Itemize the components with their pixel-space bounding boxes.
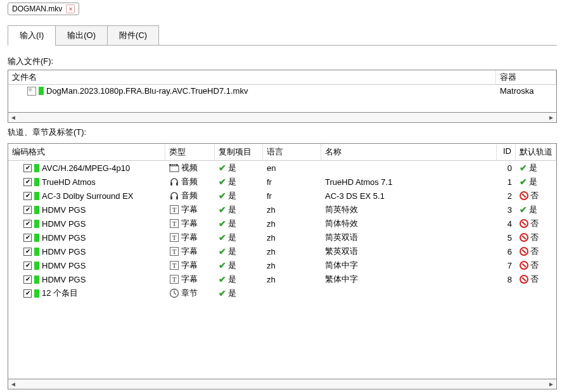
track-id: 1 [497,177,516,187]
track-row[interactable]: TrueHD Atmos音频✔是frTrueHD Atmos 7.11✔是 [8,175,556,189]
track-name: 繁英双语 [321,245,497,258]
clapperboard-icon [169,163,179,173]
check-icon: ✔ [219,177,226,187]
check-icon: ✔ [219,246,226,256]
track-type: 音频 [181,176,198,187]
track-copy: 是 [228,190,236,201]
track-checkbox[interactable] [23,275,32,284]
file-tab[interactable]: DOGMAN.mkv × [8,3,79,15]
track-copy: 是 [228,204,236,215]
track-checkbox[interactable] [23,178,32,186]
track-id [497,293,516,294]
check-icon: ✔ [219,163,226,173]
tab-input[interactable]: 输入(I) [8,25,56,45]
track-type: 字幕 [181,204,198,215]
track-row[interactable]: AVC/H.264/MPEG-4p10视频✔是en0✔是 [8,161,556,175]
close-tab-button[interactable]: × [66,4,75,13]
input-files-label: 输入文件(F): [8,56,557,67]
text-icon: T [169,232,179,243]
track-type: 字幕 [181,260,198,271]
file-list-header: 文件名 容器 [8,70,556,85]
track-lang: zh [263,246,321,257]
section-tabs: 输入(I) 输出(O) 附件(C) [8,25,557,46]
track-checkbox[interactable] [23,289,32,298]
svg-rect-0 [170,166,179,172]
svg-rect-2 [176,182,178,186]
scroll-left-icon[interactable]: ◄ [8,381,18,388]
no-icon [520,233,528,242]
track-row[interactable]: HDMV PGST字幕✔是zh繁体中字8否 [8,272,556,286]
col-id[interactable]: ID [497,144,516,160]
file-row[interactable]: DogMan.2023.1080p.FRA.Blu-ray.AVC.TrueHD… [8,85,556,97]
track-lang: fr [263,191,321,201]
text-icon: T [169,246,179,256]
tab-attachments[interactable]: 附件(C) [107,25,159,45]
col-lang[interactable]: 语言 [263,144,321,160]
track-codec: AVC/H.264/MPEG-4p10 [42,163,130,173]
track-row[interactable]: HDMV PGST字幕✔是zh简英特效3✔是 [8,203,556,217]
track-checkbox[interactable] [23,262,32,270]
track-list[interactable]: 编码格式 类型 复制项目 语言 名称 ID 默认轨道 AVC/H.264/MPE… [8,143,557,379]
status-ok-icon [34,220,39,228]
track-row[interactable]: AC-3 Dolby Surround EX音频✔是frAC-3 DS EX 5… [8,189,556,203]
status-ok-icon [34,289,39,298]
col-type[interactable]: 类型 [165,144,215,160]
check-icon: ✔ [520,163,527,173]
col-filename[interactable]: 文件名 [8,70,496,84]
col-copy[interactable]: 复制项目 [215,144,263,160]
track-row[interactable]: HDMV PGST字幕✔是zh繁英双语6否 [8,244,556,258]
track-checkbox[interactable] [23,234,32,242]
track-row[interactable]: HDMV PGST字幕✔是zh简体中字7否 [8,258,556,272]
track-name: 简英特效 [321,203,497,216]
file-list-hscroll[interactable]: ◄ ► [8,113,557,123]
svg-text:T: T [172,220,177,227]
text-icon: T [169,260,179,270]
track-codec: HDMV PGS [42,261,86,270]
track-codec: HDMV PGS [42,247,86,256]
track-checkbox[interactable] [23,248,32,256]
svg-rect-1 [170,182,172,186]
file-icon [27,87,36,96]
track-codec: HDMV PGS [42,205,86,215]
file-list[interactable]: 文件名 容器 DogMan.2023.1080p.FRA.Blu-ray.AVC… [8,70,557,113]
col-codec[interactable]: 编码格式 [8,144,165,160]
status-ok-icon [34,164,39,172]
track-checkbox[interactable] [23,220,32,228]
no-icon [520,261,528,270]
track-copy: 是 [228,260,236,271]
track-type: 字幕 [181,218,198,229]
track-lang: zh [263,205,321,215]
track-copy: 是 [228,288,236,299]
scroll-left-icon[interactable]: ◄ [8,114,18,121]
track-codec: HDMV PGS [42,275,86,284]
track-checkbox[interactable] [23,164,32,172]
status-ok-icon [39,87,44,95]
track-row[interactable]: HDMV PGST字幕✔是zh简体特效4否 [8,217,556,231]
status-ok-icon [34,192,39,200]
tab-output[interactable]: 输出(O) [55,25,108,45]
track-type: 字幕 [181,232,198,243]
status-ok-icon [34,248,39,256]
status-ok-icon [34,262,39,270]
track-name: 繁体中字 [321,273,497,286]
col-default[interactable]: 默认轨道 [516,144,556,160]
track-name: AC-3 DS EX 5.1 [321,191,497,201]
scroll-right-icon[interactable]: ► [546,381,556,388]
col-name[interactable]: 名称 [321,144,497,160]
check-icon: ✔ [520,177,527,187]
check-icon: ✔ [219,260,226,270]
track-checkbox[interactable] [23,206,32,214]
text-icon: T [169,205,179,215]
scroll-right-icon[interactable]: ► [546,114,556,121]
file-tab-bar: DOGMAN.mkv × [8,3,557,15]
track-checkbox[interactable] [23,192,32,200]
track-lang: en [263,163,321,174]
track-lang: zh [263,232,321,243]
track-row[interactable]: HDMV PGST字幕✔是zh简英双语5否 [8,231,556,244]
tracks-label: 轨道、章节及标签(T): [8,127,557,138]
col-container[interactable]: 容器 [496,70,556,84]
file-tab-title: DOGMAN.mkv [12,4,62,13]
track-list-hscroll[interactable]: ◄ ► [8,379,557,389]
track-copy: 是 [228,274,236,285]
track-row[interactable]: 12 个条目章节✔是 [8,286,556,300]
